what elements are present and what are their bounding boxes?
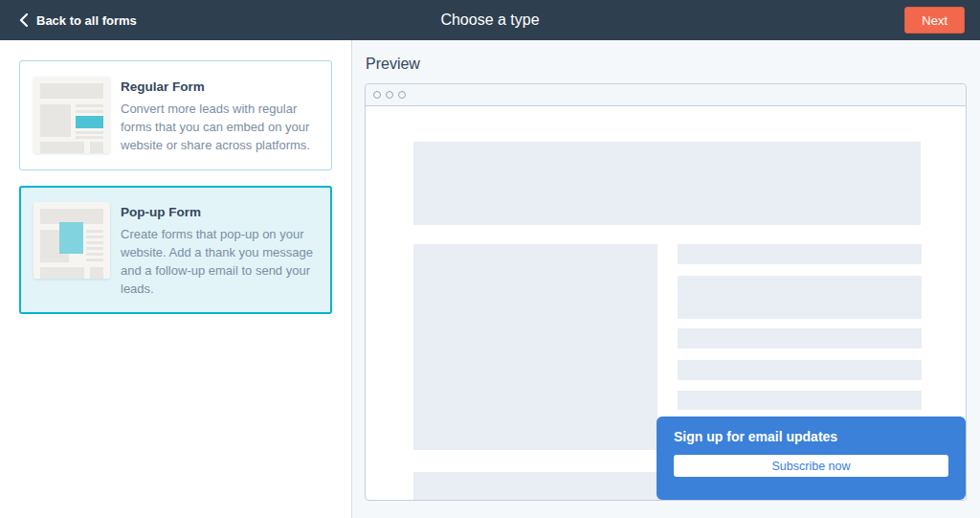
- subscribe-now-button: Subscribe now: [674, 455, 948, 477]
- card-title: Pop-up Form: [121, 205, 318, 219]
- placeholder-body-block: [413, 244, 657, 450]
- form-type-card-popup[interactable]: Pop-up Form Create forms that pop-up on …: [19, 186, 332, 314]
- regular-form-thumbnail-icon: [33, 77, 110, 153]
- chevron-left-icon: [19, 13, 28, 27]
- placeholder-hero-block: [413, 142, 921, 225]
- placeholder-line: [678, 360, 922, 380]
- browser-preview-window: Sign up for email updates Subscribe now: [365, 83, 967, 501]
- browser-dot-icon: [373, 91, 381, 99]
- page-title: Choose a type: [440, 11, 539, 29]
- form-type-card-regular[interactable]: Regular Form Convert more leads with reg…: [19, 60, 332, 170]
- card-title: Regular Form: [121, 79, 318, 94]
- browser-chrome-bar: [366, 84, 966, 106]
- next-button[interactable]: Next: [904, 7, 965, 34]
- card-description: Create forms that pop-up on your website…: [121, 225, 318, 298]
- page-mock-content: Sign up for email updates Subscribe now: [366, 106, 966, 500]
- card-description: Convert more leads with regular forms th…: [121, 100, 318, 154]
- back-to-all-forms-link[interactable]: Back to all forms: [19, 13, 137, 28]
- back-link-label: Back to all forms: [36, 13, 137, 28]
- placeholder-line: [678, 328, 922, 349]
- placeholder-line: [678, 391, 922, 410]
- placeholder-line: [678, 244, 922, 264]
- popup-title: Sign up for email updates: [674, 429, 948, 444]
- preview-heading: Preview: [366, 56, 967, 73]
- main-content: Regular Form Convert more leads with reg…: [0, 40, 980, 518]
- popup-form-thumbnail-icon: [33, 202, 110, 279]
- browser-dot-icon: [386, 91, 393, 99]
- preview-panel: Preview Sign up for email updates Subscr…: [352, 40, 980, 518]
- browser-dot-icon: [398, 91, 406, 99]
- form-type-list: Regular Form Convert more leads with reg…: [0, 40, 352, 518]
- placeholder-line: [678, 276, 922, 319]
- top-bar: Back to all forms Choose a type Next: [0, 0, 980, 40]
- email-signup-popup-preview: Sign up for email updates Subscribe now: [657, 417, 966, 500]
